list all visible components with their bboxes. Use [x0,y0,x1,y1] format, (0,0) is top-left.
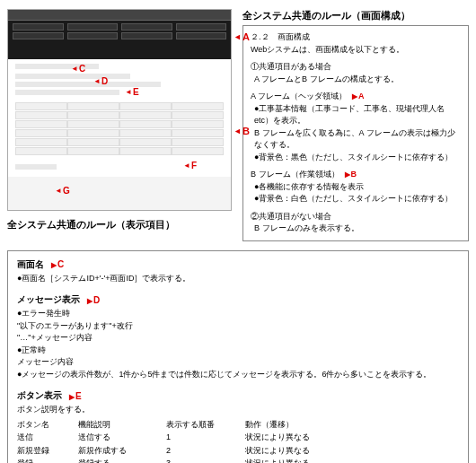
label-a-arrow: A [234,31,250,42]
sec-c-body: ●画面名［システムID+'-'+画面ID］で表示する。 [17,273,459,285]
td: 登録する [78,458,159,463]
case1-title: ①共通項目がある場合 [251,61,461,74]
aframe-line3: ●背景色：黒色（ただし、スタイルシートに依存する） [254,152,461,164]
aframe-line1: ●工事基本情報（工事コード、工事名、現場代理人名etc）を表示。 [254,103,461,127]
label-a-inline: A [352,91,365,103]
bframe-row: B フレーム（作業領域）B [251,169,357,181]
td: 送信 [17,432,71,444]
th: 動作（遷移） [245,419,353,432]
intro-text: Webシステムは、画面構成を以下とする。 [251,44,461,57]
td: 新規作成する [78,445,159,458]
td: 状況により異なる [245,445,353,458]
case1-sub: A フレームとB フレームの構成とする。 [254,74,461,86]
label-f: F [183,161,197,170]
td: 送信する [78,432,159,444]
td: 3 [166,458,238,463]
td: 状況により異なる [245,458,353,463]
td: 1 [166,432,238,444]
d-l3: "…"+メッセージ内容 [17,332,459,345]
case2-title: ②共通項目がない場合 [251,211,461,223]
d-l1: ●エラー発生時 [17,308,459,320]
case2-sub: B フレームのみを表示する。 [254,223,461,235]
d-l2: "以下のエラーがあります"+改行 [17,320,459,333]
label-g: G [55,186,70,196]
sec-d-title: メッセージ表示D [17,293,100,306]
td: 2 [166,445,238,458]
label-d: D [93,76,108,86]
d-l6: ●メッセージの表示件数が、1件から5件までは件数に応じてメッセージを表示する。6… [17,369,459,381]
tag-e: E [69,391,82,401]
tag-d: D [87,295,100,305]
screenshot-mock: C D E F G [7,9,232,211]
th: ボタン名 [17,419,71,432]
lower-panel: 画面名C ●画面名［システムID+'-'+画面ID］で表示する。 メッセージ表示… [7,250,469,464]
lower-title: 全システム共通のルール（表示項目） [7,218,232,232]
bframe-line1: ●各機能に依存する情報を表示 [254,181,461,194]
button-table: ボタン名機能説明表示する順番動作（遷移） 送信送信する1状況により異なる 新規登… [17,419,459,464]
bframe-line2: ●背景色：白色（ただし、スタイルシートに依存する） [254,193,461,205]
d-l5: メッセージ内容 [17,356,459,369]
aframe-line2: B フレームを広く取る為に、A フレームの表示は極力少なくする。 [254,127,461,152]
label-e: E [125,87,139,97]
d-l4: ●正常時 [17,345,459,357]
td: 登録 [17,458,71,463]
panel-right-title: 全システム共通のルール（画面構成） [242,9,469,22]
e-sub: ボタン説明をする。 [17,404,459,416]
sec-e-title: ボタン表示E [17,389,82,402]
label-c: C [71,64,85,74]
tag-c: C [51,259,64,269]
td: 状況により異なる [245,432,353,444]
label-b-inline: B [345,169,357,181]
sec-c-title: 画面名C [17,258,64,271]
td: 新規登録 [17,445,71,458]
panel-right: ２.２ 画面構成 Webシステムは、画面構成を以下とする。 ①共通項目がある場合… [242,25,469,241]
section-num: ２.２ 画面構成 [251,31,461,44]
label-b-arrow: B [234,126,250,136]
th: 表示する順番 [166,419,238,432]
aframe-row: A フレーム（ヘッダ領域）A [251,91,365,103]
th: 機能説明 [78,419,159,432]
